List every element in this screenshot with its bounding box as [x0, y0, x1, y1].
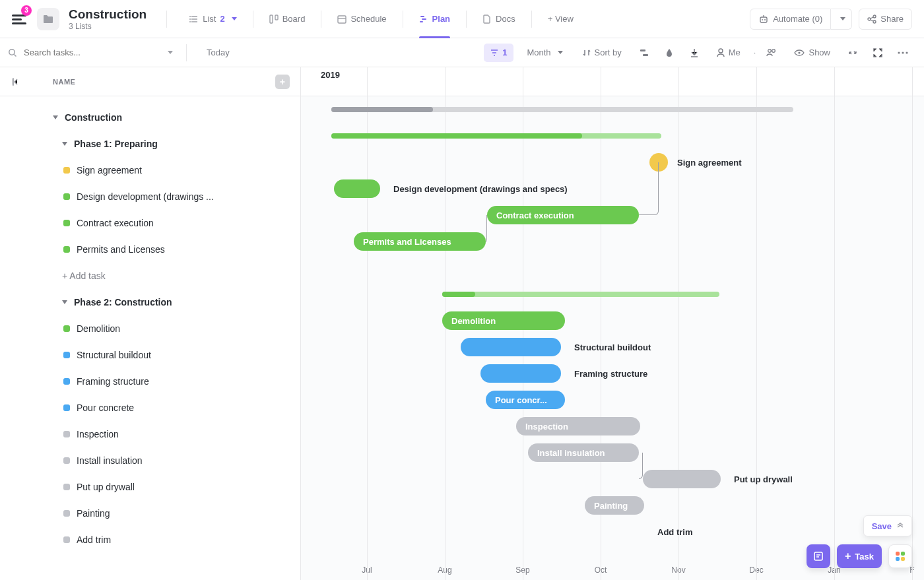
svg-point-14	[873, 20, 876, 23]
separator	[531, 11, 532, 28]
me-filter[interactable]: Me	[710, 44, 747, 62]
download-button[interactable]	[685, 44, 704, 62]
chevron-down-icon[interactable]	[168, 51, 173, 54]
tab-list[interactable]: List 2	[180, 0, 246, 38]
page-title: Construction	[69, 7, 147, 22]
tab-board[interactable]: Board	[260, 0, 315, 38]
fullscreen-button[interactable]	[869, 44, 887, 62]
gantt-bar[interactable]	[643, 470, 721, 488]
gantt-bar[interactable]	[334, 179, 380, 198]
tree-root[interactable]: Construction	[0, 104, 300, 131]
gantt-bar[interactable]: Install insulation	[528, 443, 639, 462]
collapse-icon	[848, 48, 857, 57]
task-row[interactable]: Painting	[0, 500, 300, 527]
search-icon	[8, 48, 17, 57]
search-wrap[interactable]	[8, 47, 173, 58]
chevron-down-icon	[62, 300, 67, 304]
svg-point-0	[189, 16, 191, 17]
task-row[interactable]: Contract execution	[0, 210, 300, 236]
gantt-bar[interactable]: Pour concr...	[486, 391, 565, 409]
main-menu-button[interactable]: 3	[8, 8, 30, 30]
show-menu[interactable]: Show	[787, 44, 837, 62]
title-block: Construction 3 Lists	[69, 7, 147, 31]
add-task-button[interactable]: + Add task	[0, 263, 300, 289]
more-button[interactable]	[894, 44, 912, 62]
task-row[interactable]: Permits and Licenses	[0, 236, 300, 263]
task-row[interactable]: Structural buildout	[0, 342, 300, 368]
notification-badge: 3	[21, 5, 32, 16]
svg-rect-7	[422, 18, 426, 20]
svg-rect-17	[643, 54, 648, 56]
gantt-bar[interactable]: Painting	[585, 496, 644, 515]
svg-rect-3	[270, 15, 273, 23]
svg-point-11	[764, 19, 766, 20]
today-button[interactable]: Today	[200, 44, 236, 62]
tab-docs[interactable]: Docs	[473, 0, 525, 38]
add-view-button[interactable]: + View	[539, 0, 583, 38]
task-row[interactable]: Install insulation	[0, 447, 300, 474]
filter-button[interactable]: 1	[484, 44, 513, 62]
gantt-milestone[interactable]	[649, 153, 668, 172]
separator	[466, 11, 467, 28]
automate-button[interactable]: Automate (0)	[750, 9, 831, 30]
gantt-bar[interactable]	[480, 364, 561, 383]
svg-point-23	[902, 51, 904, 53]
summary-bar[interactable]	[442, 292, 719, 297]
separator	[321, 11, 321, 28]
task-row[interactable]: Inspection	[0, 421, 300, 447]
svg-point-19	[768, 49, 772, 52]
task-list-pane: NAME + Construction Phase 1: Preparing S…	[0, 67, 301, 580]
new-task-button[interactable]: +Task	[837, 544, 882, 568]
gantt-bar[interactable]: Inspection	[516, 417, 640, 435]
tab-list-count: 2	[220, 14, 224, 24]
color-button[interactable]	[660, 44, 678, 62]
tab-plan-label: Plan	[432, 14, 450, 24]
apps-button[interactable]	[888, 544, 912, 568]
gantt-bar[interactable]: Permits and Licenses	[354, 232, 486, 251]
tab-plan[interactable]: Plan	[410, 0, 459, 38]
task-row[interactable]: Put up drywall	[0, 474, 300, 500]
folder-icon[interactable]	[37, 8, 59, 30]
separator	[403, 11, 403, 28]
svg-point-21	[799, 51, 801, 53]
svg-point-2	[189, 21, 191, 22]
svg-point-20	[772, 49, 776, 52]
gantt-bar[interactable]: Demolition	[442, 311, 565, 330]
status-chip	[63, 167, 70, 174]
phase1-group[interactable]: Phase 1: Preparing	[0, 131, 300, 157]
save-button[interactable]: Save	[863, 515, 912, 536]
status-chip	[63, 378, 70, 385]
status-chip	[63, 352, 70, 358]
zoom-select[interactable]: Month	[520, 44, 569, 62]
task-row[interactable]: Add trim	[0, 527, 300, 553]
notepad-button[interactable]	[807, 544, 830, 568]
toolbar: Today 1 Month Sort by Me · Show	[0, 38, 924, 67]
assignee-filter[interactable]	[762, 44, 781, 62]
chevron-up-icon	[897, 523, 904, 529]
tab-schedule[interactable]: Schedule	[328, 0, 395, 38]
phase2-group[interactable]: Phase 2: Construction	[0, 289, 300, 315]
chevron-down-icon	[840, 17, 845, 20]
task-row[interactable]: Demolition	[0, 315, 300, 342]
add-column-button[interactable]: +	[275, 75, 290, 89]
filter-count: 1	[502, 48, 507, 57]
automate-dropdown[interactable]	[831, 9, 852, 30]
sort-button[interactable]: Sort by	[576, 44, 628, 62]
gantt-pane: 2019 JulAugSepOctNovDecJanF Sign agreeme…	[301, 67, 924, 580]
critical-path-button[interactable]	[635, 44, 653, 62]
share-button[interactable]: Share	[859, 9, 912, 30]
status-chip	[63, 193, 70, 200]
search-input[interactable]	[22, 47, 160, 58]
grid-icon	[896, 552, 905, 561]
gantt-bar[interactable]: Contract execution	[487, 206, 639, 224]
task-row[interactable]: Design development (drawings ...	[0, 183, 300, 210]
svg-point-18	[719, 49, 723, 53]
tab-list-label: List	[203, 14, 216, 24]
task-row[interactable]: Sign agreement	[0, 157, 300, 183]
task-row[interactable]: Framing structure	[0, 368, 300, 395]
gantt-bar[interactable]	[461, 338, 561, 356]
add-view-label: + View	[548, 14, 574, 24]
collapse-panel-button[interactable]	[11, 78, 24, 86]
task-row[interactable]: Pour concrete	[0, 395, 300, 421]
collapse-button[interactable]	[843, 44, 862, 62]
